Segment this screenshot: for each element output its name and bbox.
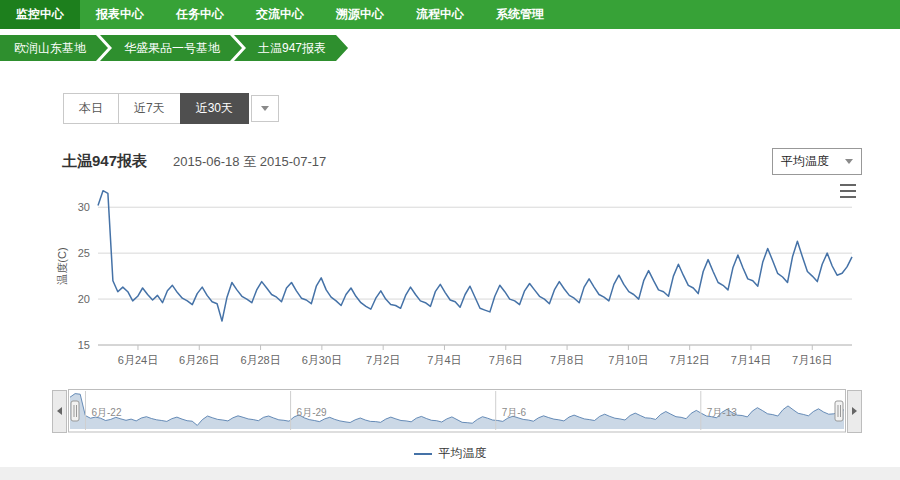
tab-today[interactable]: 本日 [63,93,119,124]
svg-text:6月-29: 6月-29 [297,407,327,418]
chevron-down-icon [261,106,269,111]
svg-text:20: 20 [78,293,90,305]
svg-text:7月12日: 7月12日 [669,354,709,366]
svg-text:7月6日: 7月6日 [489,354,523,366]
navigator-left-handle[interactable] [71,401,79,421]
nav-item-task-center[interactable]: 任务中心 [160,0,240,29]
legend-series-label: 平均温度 [439,445,487,462]
svg-text:温度(C): 温度(C) [56,247,68,284]
svg-text:15: 15 [78,339,90,351]
breadcrumb-item-base[interactable]: 欧润山东基地 [0,35,108,61]
scroll-left-button[interactable] [52,390,67,433]
svg-text:7月-13: 7月-13 [707,407,737,418]
svg-text:7月2日: 7月2日 [366,354,400,366]
svg-text:7月10日: 7月10日 [608,354,648,366]
svg-text:6月-22: 6月-22 [91,407,121,418]
svg-text:6月28日: 6月28日 [240,354,280,366]
top-navbar: 监控中心 报表中心 任务中心 交流中心 溯源中心 流程中心 系统管理 [0,0,900,29]
navigator-right-handle[interactable] [835,401,843,421]
tab-last-30-days[interactable]: 近30天 [180,93,249,124]
nav-item-system-management[interactable]: 系统管理 [480,0,560,29]
metric-select-value: 平均温度 [781,153,829,170]
nav-item-traceability-center[interactable]: 溯源中心 [320,0,400,29]
chart-legend[interactable]: 平均温度 [0,445,900,462]
svg-text:6月30日: 6月30日 [302,354,342,366]
date-range-tabs: 本日 近7天 近30天 [64,93,900,124]
tab-dropdown-button[interactable] [251,95,279,122]
scroll-right-button[interactable] [847,390,862,433]
nav-item-process-center[interactable]: 流程中心 [400,0,480,29]
arrow-left-icon [57,407,62,415]
svg-text:7月8日: 7月8日 [550,354,584,366]
svg-text:6月26日: 6月26日 [179,354,219,366]
nav-item-monitor-center[interactable]: 监控中心 [0,0,80,29]
svg-text:30: 30 [78,201,90,213]
svg-text:6月24日: 6月24日 [118,354,158,366]
svg-text:25: 25 [78,247,90,259]
chevron-down-icon [845,159,853,164]
chart-navigator-row: 6月-226月-297月-67月-13 [52,389,862,433]
nav-item-communication-center[interactable]: 交流中心 [240,0,320,29]
breadcrumb-item-orchard[interactable]: 华盛果品一号基地 [100,35,242,61]
svg-text:7月16日: 7月16日 [792,354,832,366]
svg-text:7月-6: 7月-6 [502,407,527,418]
legend-line-swatch [414,453,432,455]
metric-select[interactable]: 平均温度 [772,148,862,175]
bottom-strip [0,467,900,480]
date-range-label: 2015-06-18 至 2015-07-17 [173,153,326,171]
breadcrumb: 欧润山东基地 华盛果品一号基地 土温947报表 [0,33,900,63]
svg-text:7月14日: 7月14日 [731,354,771,366]
page-title: 土温947报表 [62,152,147,171]
navigator-chart[interactable]: 6月-226月-297月-67月-13 [68,389,846,433]
temperature-chart-panel: 152025306月24日6月26日6月28日6月30日7月2日7月4日7月6日… [52,181,862,385]
temperature-line-chart[interactable]: 152025306月24日6月26日6月28日6月30日7月2日7月4日7月6日… [52,181,862,381]
breadcrumb-item-report[interactable]: 土温947报表 [234,35,348,61]
arrow-right-icon [852,407,857,415]
chart-export-menu-icon[interactable] [838,183,858,199]
title-row: 土温947报表 2015-06-18 至 2015-07-17 平均温度 [62,148,862,175]
nav-item-report-center[interactable]: 报表中心 [80,0,160,29]
tab-last-7-days[interactable]: 近7天 [118,93,181,124]
svg-text:7月4日: 7月4日 [427,354,461,366]
